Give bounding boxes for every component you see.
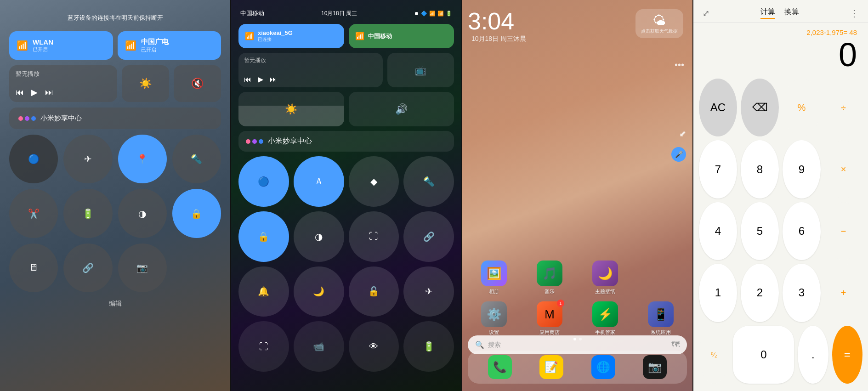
flashlight-toggle[interactable]: 🔦 <box>172 135 221 183</box>
prev-button[interactable]: ⏮ <box>16 88 24 97</box>
p2-mobile-button[interactable]: 📶 中国移动 <box>349 24 454 48</box>
app-settings[interactable]: ⚙️ 设置 <box>468 301 520 336</box>
dock: 📞 📝 🌐 📷 <box>468 351 687 384</box>
delete-button[interactable]: ⌫ <box>741 79 779 136</box>
equals-button[interactable]: = <box>832 326 862 384</box>
panel-1-light-control-center: 蓝牙设备的连接将在明天前保持断开 📶 WLAN 已开启 📶 中国广电 已开启 暂… <box>0 0 230 391</box>
more-options-button[interactable]: ••• <box>675 60 684 70</box>
one-button[interactable]: 1 <box>699 264 737 322</box>
two-button[interactable]: 2 <box>741 264 779 322</box>
screen-toggle[interactable]: 🖥 <box>9 244 58 292</box>
nine-button[interactable]: 9 <box>783 140 821 198</box>
p2-battery-toggle[interactable]: 🔋 <box>403 321 454 372</box>
app-manager[interactable]: ⚡ 手机管家 <box>579 301 631 336</box>
dock-phone[interactable]: 📞 <box>488 355 512 379</box>
volume-button[interactable]: 🔇 <box>174 65 221 102</box>
four-button[interactable]: 4 <box>699 202 737 260</box>
p2-contrast-toggle[interactable]: ◑ <box>294 211 344 262</box>
calculator-display: 2,023-1,975= 48 0 <box>693 23 868 75</box>
brightness-icon: ☀️ <box>285 103 297 115</box>
p2-next-button[interactable]: ⏭ <box>270 75 277 84</box>
album-icon: 🖼️ <box>481 261 507 286</box>
p2-moon-toggle[interactable]: 🌙 <box>294 266 344 317</box>
divide-button[interactable]: ÷ <box>824 79 862 136</box>
p2-bottom-row: ⛶ 📹 👁 🔋 <box>238 321 454 372</box>
p2-toggle-grid-1: 🔵 Ａ ◆ 🔦 <box>238 156 454 207</box>
p2-expand-toggle[interactable]: ⛶ <box>349 211 399 262</box>
three-button[interactable]: 3 <box>783 264 821 322</box>
bluetooth-toggle[interactable]: 🔵 <box>9 135 58 183</box>
edit-button[interactable]: 编辑 <box>9 300 221 308</box>
calc-row-3: 4 5 6 − <box>699 202 862 260</box>
p2-video-toggle[interactable]: 📹 <box>294 321 344 372</box>
p2-lock-toggle[interactable]: 🔒 <box>238 211 289 262</box>
collapse-icon[interactable]: ⤢ <box>703 8 709 18</box>
fraction-button[interactable]: ⁰⁄₂ <box>699 326 729 384</box>
search-icon: 🔍 <box>475 340 484 349</box>
app-store[interactable]: Ｍ 1 应用商店 <box>523 301 575 336</box>
p2-volume-button[interactable]: 🔊 <box>349 92 454 126</box>
app-music[interactable]: 🎵 音乐 <box>523 261 575 295</box>
app-album[interactable]: 🖼️ 相册 <box>468 261 520 295</box>
brightness-button[interactable]: ☀️ <box>122 65 169 102</box>
p2-brightness-row: ☀️ 🔊 <box>238 92 454 126</box>
percent-button[interactable]: % <box>783 79 821 136</box>
seven-button[interactable]: 7 <box>699 140 737 198</box>
p2-brightness-slider[interactable]: ☀️ <box>238 92 344 126</box>
p2-shape-toggle[interactable]: ◆ <box>349 156 399 207</box>
add-button[interactable]: + <box>824 264 862 322</box>
p2-font-toggle[interactable]: Ａ <box>294 156 344 207</box>
panel-4-calculator: ⤢ 计算 换算 ⋮ 2,023-1,975= 48 0 AC ⌫ % ÷ 7 8… <box>693 0 868 391</box>
minimize-button[interactable]: ⬋ <box>679 129 686 139</box>
p2-share-button[interactable]: 小米妙享中心 <box>238 131 454 152</box>
p2-prev-button[interactable]: ⏮ <box>244 75 251 84</box>
xiaomi-share-button[interactable]: 小米妙享中心 <box>9 108 221 129</box>
p2-media-controls: ⏮ ▶ ⏭ <box>244 75 377 84</box>
p2-play-button[interactable]: ▶ <box>258 75 263 84</box>
p2-bell-toggle[interactable]: 🔔 <box>238 266 289 317</box>
ac-button[interactable]: AC <box>699 79 737 136</box>
location-toggle[interactable]: 📍 <box>118 135 167 183</box>
dock-notes[interactable]: 📝 <box>539 355 563 379</box>
wlan-button[interactable]: 📶 WLAN 已开启 <box>9 31 113 60</box>
p2-wifi-button[interactable]: 📶 xiaokeai_5G 已连接 <box>238 24 344 48</box>
dot-button[interactable]: . <box>798 326 828 384</box>
more-menu-icon[interactable]: ⋮ <box>850 8 859 19</box>
play-button[interactable]: ▶ <box>31 87 38 97</box>
zero-button[interactable]: 0 <box>733 326 794 384</box>
camera-toggle[interactable]: 📷 <box>118 244 167 292</box>
link-toggle[interactable]: 🔗 <box>63 244 112 292</box>
p2-airplane-toggle[interactable]: ✈ <box>403 266 454 317</box>
status-bar: 中国移动 10月18日 周三 ⏺ 🔷 📶 📶 🔋 <box>238 9 454 17</box>
media-row: 暂无播放 ⏮ ▶ ⏭ ☀️ 🔇 <box>9 65 221 102</box>
p2-scan-toggle[interactable]: ⛶ <box>238 321 289 372</box>
mobile-button[interactable]: 📶 中国广电 已开启 <box>118 31 221 60</box>
subtract-button[interactable]: − <box>824 202 862 260</box>
next-button[interactable]: ⏭ <box>45 88 53 97</box>
wifi-status-icon: 📶 <box>429 11 436 17</box>
p2-cast-button[interactable]: 📺 <box>387 53 454 87</box>
p2-eye-toggle[interactable]: 👁 <box>349 321 399 372</box>
multiply-button[interactable]: × <box>824 140 862 198</box>
p2-link-toggle[interactable]: 🔗 <box>403 211 454 262</box>
dock-camera[interactable]: 📷 <box>643 355 667 379</box>
five-button[interactable]: 5 <box>741 202 779 260</box>
p2-bluetooth-toggle[interactable]: 🔵 <box>238 156 289 207</box>
display-toggle[interactable]: ◑ <box>118 189 167 238</box>
scissors-toggle[interactable]: ✂️ <box>9 189 58 238</box>
airplane-toggle[interactable]: ✈ <box>63 135 112 183</box>
p2-padlock-toggle[interactable]: 🔓 <box>349 266 399 317</box>
microphone-button[interactable]: 🎤 <box>671 147 686 162</box>
p2-share-label: 小米妙享中心 <box>268 136 312 146</box>
lock-toggle[interactable]: 🔒 <box>172 189 221 238</box>
p2-flashlight-toggle[interactable]: 🔦 <box>403 156 454 207</box>
tab-convert[interactable]: 换算 <box>784 7 799 19</box>
app-system[interactable]: 📱 系统应用 <box>635 301 687 336</box>
weather-widget[interactable]: 🌤 点击获取天气数据 <box>635 9 683 38</box>
eight-button[interactable]: 8 <box>741 140 779 198</box>
battery-toggle[interactable]: 🔋 <box>63 189 112 238</box>
six-button[interactable]: 6 <box>783 202 821 260</box>
tab-calculate[interactable]: 计算 <box>760 7 775 19</box>
dock-browser[interactable]: 🌐 <box>591 355 615 379</box>
app-theme[interactable]: 🌙 主题壁纸 <box>579 261 631 295</box>
